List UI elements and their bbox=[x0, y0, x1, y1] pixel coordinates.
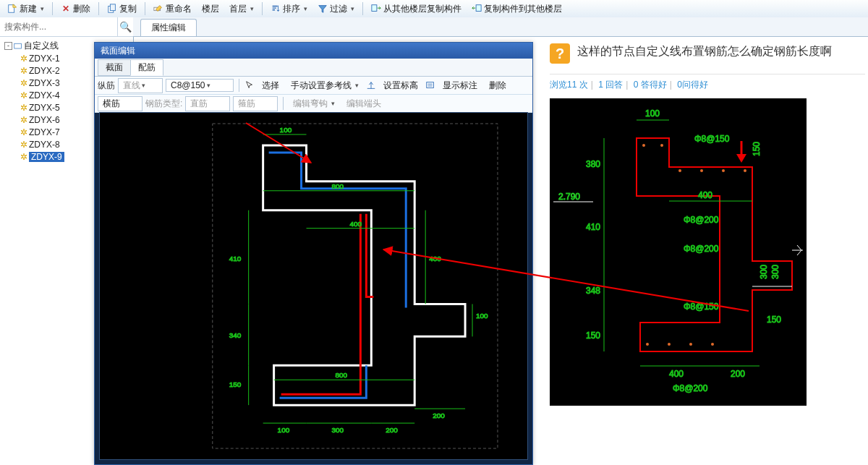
copy-to-icon bbox=[472, 4, 482, 14]
gear-icon: ✲ bbox=[20, 78, 27, 88]
stirrup-button[interactable]: 箍筋 bbox=[233, 96, 278, 111]
filter-button[interactable]: 过滤▾ bbox=[313, 1, 359, 17]
gear-icon: ✲ bbox=[20, 66, 27, 76]
svg-text:Φ8@200: Φ8@200 bbox=[684, 215, 719, 225]
tree-item-label: ZDYX-8 bbox=[29, 140, 60, 150]
manual-refline-button[interactable]: 手动设置参考线 ▾ bbox=[286, 78, 363, 93]
first-floor-dropdown[interactable]: 首层▾ bbox=[225, 1, 258, 17]
tree-item-label: ZDYX-3 bbox=[29, 78, 60, 88]
section-editor-title: 截面编辑 bbox=[101, 45, 135, 57]
svg-text:100: 100 bbox=[645, 108, 660, 119]
tab-rebar[interactable]: 配筋 bbox=[130, 59, 163, 76]
floor-button[interactable]: 楼层 bbox=[197, 1, 224, 17]
svg-text:200: 200 bbox=[433, 411, 445, 419]
separator bbox=[362, 2, 363, 15]
new-button[interactable]: 新建▾ bbox=[3, 1, 48, 17]
svg-text:150: 150 bbox=[752, 142, 762, 156]
copy-from-other-button[interactable]: 从其他楼层复制构件 bbox=[367, 1, 466, 17]
show-annotation-label: 显示标注 bbox=[443, 80, 477, 92]
svg-text:Φ8@150: Φ8@150 bbox=[694, 134, 730, 144]
tab-section[interactable]: 截面 bbox=[98, 59, 131, 76]
cursor-icon bbox=[244, 80, 255, 90]
rename-button[interactable]: 重命名 bbox=[149, 1, 196, 17]
delete-rebar-button[interactable]: 删除 bbox=[485, 78, 511, 93]
edit-end-button[interactable]: 编辑端头 bbox=[342, 96, 386, 111]
delete-button[interactable]: ✕ 删除 bbox=[56, 1, 95, 17]
tree-root-label: 自定义线 bbox=[24, 40, 59, 52]
separator bbox=[98, 2, 99, 15]
copy-from-icon bbox=[371, 4, 381, 14]
svg-text:410: 410 bbox=[229, 255, 242, 263]
separator bbox=[52, 2, 53, 15]
elevation-icon bbox=[366, 80, 376, 90]
collapse-icon[interactable]: - bbox=[4, 42, 12, 50]
sort-label: 排序 bbox=[283, 3, 300, 15]
straight-bar-button[interactable]: 直筋 bbox=[185, 96, 230, 111]
dropdown-icon: ▾ bbox=[304, 5, 307, 12]
show-annotation-button[interactable]: 显示标注 bbox=[438, 78, 482, 93]
edit-hook-button[interactable]: 编辑弯钩 ▾ bbox=[289, 96, 339, 111]
transverse-label: 横筋 bbox=[103, 98, 120, 110]
svg-point-43 bbox=[689, 343, 692, 346]
svg-text:100: 100 bbox=[280, 126, 292, 134]
edit-hook-label: 编辑弯钩 bbox=[293, 98, 328, 110]
search-input[interactable] bbox=[0, 22, 117, 32]
good-answer-count[interactable]: 0 答得好 bbox=[634, 80, 667, 90]
new-label: 新建 bbox=[20, 3, 37, 15]
sort-button[interactable]: 排序▾ bbox=[266, 1, 312, 17]
dropdown-icon: ▾ bbox=[355, 82, 359, 89]
delete-rebar-label: 删除 bbox=[489, 80, 506, 92]
rename-label: 重命名 bbox=[166, 3, 192, 15]
select-button[interactable]: 选择 bbox=[258, 78, 284, 93]
svg-text:Φ8@200: Φ8@200 bbox=[684, 244, 719, 254]
tab-property-edit[interactable]: 属性编辑 bbox=[140, 19, 197, 36]
section-editor-titlebar[interactable]: 截面编辑 bbox=[95, 43, 532, 59]
delete-label: 删除 bbox=[73, 3, 90, 15]
question-header: ? 这样的节点自定义线布置钢筋怎么确定钢筋长度啊 bbox=[550, 38, 865, 74]
good-question-count[interactable]: 0问得好 bbox=[677, 80, 708, 90]
filter-icon bbox=[318, 4, 328, 14]
dropdown-icon: ▾ bbox=[351, 5, 354, 12]
question-meta: 浏览11 次| 1 回答| 0 答得好| 0问得好 bbox=[550, 74, 865, 98]
separator bbox=[283, 97, 284, 110]
gear-icon: ✲ bbox=[20, 127, 27, 137]
sort-icon bbox=[271, 4, 281, 14]
dropdown-icon: ▾ bbox=[331, 100, 335, 107]
answers-count[interactable]: 1 回答 bbox=[598, 80, 623, 90]
rebar-spec-input[interactable]: C8@150 ▾ bbox=[166, 79, 234, 92]
copy-to-other-button[interactable]: 复制构件到其他楼层 bbox=[467, 1, 566, 17]
question-mark-icon: ? bbox=[550, 43, 570, 64]
tree-item-label: ZDYX-9 bbox=[29, 152, 64, 162]
tree-item-label: ZDYX-5 bbox=[29, 103, 60, 113]
copy-button[interactable]: 复制 bbox=[103, 1, 141, 17]
section-canvas[interactable]: 100 800 410 340 150 400 400 100 200 800 … bbox=[99, 112, 528, 460]
copy-from-other-label: 从其他楼层复制构件 bbox=[383, 3, 461, 15]
search-icon: 🔍 bbox=[119, 21, 132, 33]
gear-icon: ✲ bbox=[20, 54, 27, 64]
dropdown-icon: ▾ bbox=[41, 5, 44, 12]
select-label: 选择 bbox=[262, 80, 279, 92]
tree-item-label: ZDYX-2 bbox=[29, 66, 60, 76]
search-button[interactable]: 🔍 bbox=[117, 17, 133, 36]
svg-point-39 bbox=[722, 169, 725, 172]
set-elevation-button[interactable]: 设置标高 bbox=[379, 78, 422, 93]
svg-text:400: 400 bbox=[429, 255, 441, 263]
rebar-type-label: 钢筋类型: bbox=[145, 98, 182, 110]
straight-bar-label: 直筋 bbox=[190, 98, 208, 110]
svg-point-42 bbox=[668, 343, 671, 346]
svg-rect-8 bbox=[213, 124, 498, 448]
svg-text:410: 410 bbox=[586, 222, 600, 232]
linetype-dropdown[interactable]: 直线 ▾ bbox=[118, 78, 163, 93]
svg-point-41 bbox=[646, 343, 649, 346]
question-title: 这样的节点自定义线布置钢筋怎么确定钢筋长度啊 bbox=[577, 43, 832, 59]
svg-text:300: 300 bbox=[331, 426, 344, 434]
dropdown-icon: ▾ bbox=[250, 5, 254, 12]
svg-text:150: 150 bbox=[586, 330, 600, 341]
svg-text:380: 380 bbox=[586, 159, 600, 169]
manual-refline-label: 手动设置参考线 bbox=[291, 80, 352, 92]
transverse-button[interactable]: 横筋 bbox=[98, 96, 142, 111]
separator bbox=[145, 2, 145, 15]
new-icon bbox=[7, 4, 17, 14]
separator bbox=[239, 79, 239, 92]
dropdown-icon: ▾ bbox=[207, 82, 210, 89]
